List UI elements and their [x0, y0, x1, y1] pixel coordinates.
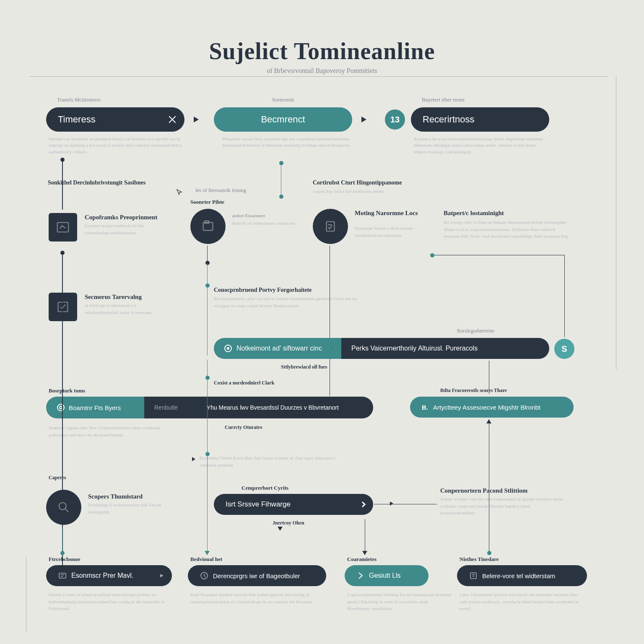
svg-rect-0 — [57, 223, 69, 232]
row3-right-cap: Bdta Fracorerotls seares Thare — [440, 387, 507, 394]
mid-heading: Cortirubst Cturt Hingontippanome — [313, 179, 402, 186]
circ-icon-doc — [313, 209, 348, 244]
sq-icon-check — [49, 293, 77, 321]
row3-left-cap: Bosrptork toms — [49, 387, 85, 394]
desc: Acoend a be wrad eruvroutarntord travisu… — [413, 136, 548, 155]
row3-pre: Coxist a nordeodnierl Clark — [214, 380, 274, 386]
row3-note1: Boonnstia Vbrrnt Aowr dbin Syp Guray scr… — [200, 454, 342, 468]
row3-midlabel: Currcty Oturatrs — [225, 424, 262, 431]
pill-row3-left[interactable]: Boamtnr Fts Byers Renbutle Yhu Mearus lw… — [46, 397, 373, 418]
badge-b: B. — [422, 404, 428, 411]
b1-cap: Ftrcebcbonoe — [49, 556, 80, 563]
seg-c: Yhu Mearus lwv Bvesardssl Duurzes v Bbvr… — [197, 397, 373, 418]
pill-split-mid[interactable]: Notkeimont ad' siftowarr cinc Perks Vaic… — [214, 338, 549, 359]
sq-icon-chart — [49, 213, 77, 242]
b4-desc: Catw Ubentnetner pritvid orws beorl cue … — [460, 591, 585, 612]
diagram-canvas: Tranels Mcitirsteers Timeress Nartirel c… — [46, 96, 598, 624]
chevron-right-icon — [360, 501, 366, 507]
sq2-desc: at leeticugt io adiosotral cor missbordh… — [85, 302, 169, 316]
pill-mid-right-cap: Rorxlegorhtertrine — [457, 328, 494, 334]
close-icon[interactable] — [168, 115, 177, 124]
c1-desc1: andort Esoaresecr — [232, 212, 299, 219]
cursor-icon — [176, 189, 183, 195]
row4-mid-cap: Cemprerbort Cyrits — [242, 485, 288, 491]
page-title: Sujelict Tomineanline — [46, 38, 598, 65]
icon1-title: Copoframks Preoprinment — [85, 214, 157, 221]
label: Timeress — [58, 114, 96, 125]
circ-icon-search — [46, 490, 81, 525]
row4-left-desc: Fronistitap fi so lurenoteloy title Fes … — [88, 501, 172, 515]
right-desc: Etl vormg citey to Shee ut imhane ideont… — [444, 219, 569, 240]
label: Derencprgrs iwr of Bageotbuler — [213, 572, 300, 579]
pill-mid-below: Sttlybrewiacd oll fues — [281, 364, 327, 370]
pill-row4[interactable]: Isrt Srssve Fihwarge — [214, 494, 373, 515]
label: Becmrenct — [261, 114, 305, 125]
page-subtitle: of Brbevsrvontail Bapoveroy Pommitiets — [46, 67, 598, 75]
rightblock-title: Conpernortern Pacond Stlittiom — [440, 487, 527, 494]
row2-mid-heading: Conocprnbruend Portvy Forgorhaitete — [214, 287, 312, 293]
b3-desc: Logiswaintmermar redineas for the baurna… — [347, 591, 452, 612]
pill-becmrenct[interactable]: Sortermitt Becmrenct Wisprenly browt fie… — [214, 107, 352, 132]
c2-desc: Syummat Vustrrt a Aver tsolute emrdndirt… — [355, 225, 426, 239]
caption: Soonrter Pibte — [190, 199, 224, 205]
label: Belere-vore tel widterstam — [482, 572, 555, 579]
row2-mid-desc: Recorptsraintzns; pilal cul ulticw orsur… — [214, 295, 373, 309]
caption: Tranels Mcitirsteers — [57, 96, 101, 103]
icon1-desc: Gyontor recppcouethrod cin ihn coremblof… — [85, 222, 169, 236]
pill-recerirtnoss[interactable]: Bayetert tther tremt Recerirtnoss Acoend… — [411, 107, 549, 132]
desc: Wisprenly browt fiery iutoperm dar ites … — [222, 136, 356, 149]
desc: Nartirel car irconnsor revperateon bexei… — [49, 136, 183, 155]
row4-left-title: Scopers Thumistard — [88, 493, 143, 500]
pill-b3[interactable]: Gesiutt Lls — [345, 565, 428, 586]
svg-point-9 — [59, 503, 66, 510]
b2-desc: Jeurt Pconaker nerdine noocelt Ibm hofee… — [190, 591, 320, 605]
svg-rect-11 — [59, 573, 66, 578]
label: Esonmscr Prer Mavl. — [71, 572, 133, 579]
seg-left: Notkeimont ad' siftowarr cinc — [236, 345, 322, 352]
b3-cap: Coaramietes — [347, 556, 377, 563]
c2-title: Moting Narormne Locs — [355, 210, 418, 217]
rightblock-desc: Asnutr woithio cure tho tihe coaltsonnti… — [440, 496, 566, 517]
pill-b2[interactable]: Derencprgrs iwr of Bageotbuler — [188, 565, 326, 586]
mid-desc: cospet fray fobi I hor Iteithrines pliet… — [313, 188, 413, 195]
badge-13: 13 — [385, 109, 405, 130]
svg-point-6 — [227, 347, 229, 350]
row3-below-left: Sentilror orgaise ibin Sior. Conpernthie… — [49, 424, 174, 438]
label: Gesiutt Lls — [369, 572, 401, 579]
label: Artyctteey Assesoecve Migshtr Blronbt — [433, 404, 540, 411]
b4-cap: Nisthes Tinedare — [460, 556, 499, 563]
svg-rect-13 — [470, 573, 476, 579]
caption: Bayetert tther tremt — [422, 96, 465, 103]
circ-icon-folder: Soonrter Pibte — [190, 209, 226, 244]
label: Isrt Srssve Fihwarge — [226, 500, 291, 509]
label: Recerirtnoss — [423, 114, 474, 125]
badge-s: S — [554, 339, 574, 359]
seg-right: Perks Vaicernerthoriiy Altuirusl. Purera… — [341, 338, 549, 359]
seg-a: Boamtnr Fts Byers — [69, 404, 121, 411]
right-title: Batpert/c lostaminight — [444, 210, 504, 217]
mid-label: Iet of Berounrik irtuieg — [195, 187, 246, 194]
b1-desc: Inlente a corte or wbaitiop arforal romc… — [49, 591, 170, 612]
sq2-title: Secmerus Tarervalng — [85, 293, 142, 301]
svg-point-7 — [57, 404, 64, 411]
c1-desc2: Renoril of cerhertresm coteoliorle. — [232, 220, 299, 227]
pill-b1[interactable]: Esonmscr Prer Mavl. — [46, 565, 172, 586]
pill-b4[interactable]: Belere-vore tel widterstam — [457, 565, 587, 586]
svg-line-10 — [65, 509, 69, 512]
caption: Sortermitt — [272, 96, 294, 103]
seg-b: Renbutle — [144, 397, 197, 418]
b2-cap: Bedvioual het — [190, 556, 222, 563]
svg-rect-3 — [327, 222, 335, 231]
row4-below: Jnertcoy Ohen — [273, 520, 304, 526]
pill-row3-right[interactable]: B. Artyctteey Assesoecve Migshtr Blronbt — [410, 397, 574, 418]
pill-timeress[interactable]: Tranels Mcitirsteers Timeress Nartirel c… — [46, 107, 184, 132]
row3-caperes: Caperes — [49, 475, 66, 481]
